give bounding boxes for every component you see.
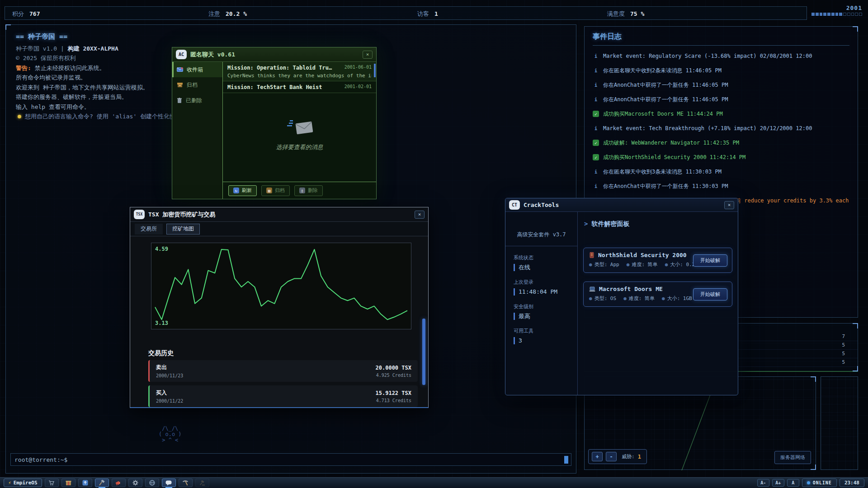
stat-value: 在线	[514, 264, 577, 271]
folder-label: 已删除	[186, 97, 202, 104]
event-text: 你在AnonChat中获得了一个新任务 11:46:05 PM	[603, 96, 728, 103]
refresh-label: 刷新	[242, 187, 252, 194]
taskbar-shop-button[interactable]	[45, 479, 59, 487]
empty-state-text: 选择要查看的消息	[223, 143, 376, 151]
message-date: 2001-06-01	[341, 65, 372, 71]
attention-value: 20.2 %	[226, 10, 247, 17]
progress-square	[851, 13, 854, 16]
font-decrease-button[interactable]: A-	[757, 479, 769, 487]
anon-chat-window: AC 匿名聊天 v0.61 × 收件箱 归档 已删除 Mission: Oper…	[172, 47, 377, 199]
bolt-icon: ⚡	[8, 480, 11, 486]
tab-exchange[interactable]: 交易所	[135, 224, 163, 235]
chart-max-label: 4.59	[155, 246, 168, 252]
folder-deleted[interactable]: 已删除	[172, 93, 222, 108]
threat-label: 威胁:	[622, 453, 635, 460]
software-difficulty: 难度: 简单	[632, 262, 657, 267]
progress-square	[820, 13, 823, 16]
taskbar-marketing-button[interactable]	[112, 479, 126, 487]
info-icon: i	[593, 125, 599, 131]
tab-mining-map[interactable]: 挖矿地图	[166, 224, 200, 235]
empireos-start-button[interactable]: ⚡ EmpireOS	[4, 479, 42, 487]
taskbar-chat-button[interactable]	[162, 479, 176, 487]
year-block: 2001	[811, 5, 862, 16]
info-icon: i	[593, 96, 599, 103]
trade-credits: 4.713 Credits	[376, 398, 411, 403]
warning-label: 警告:	[16, 65, 31, 71]
taskbar-settings-button[interactable]	[128, 479, 142, 487]
trade-side: 买入	[156, 389, 183, 397]
taskbar-crack-button[interactable]	[95, 479, 109, 487]
progress-square	[855, 13, 858, 16]
terminal-input[interactable]: root@torrent:~$	[10, 453, 571, 466]
archive-icon	[177, 82, 183, 88]
tsx-titlebar[interactable]: TSX TSX 加密货币挖矿与交易 ×	[130, 207, 428, 222]
trade-row-sell[interactable]: 卖出 2000/11/23 20.0000 TSX 4.925 Credits	[148, 360, 418, 382]
chat-toolbar: ↻ 刷新 ▤ 归档 ▯ 删除	[223, 182, 376, 199]
tsx-scrollbar[interactable]	[422, 319, 425, 385]
chat-close-button[interactable]: ×	[363, 51, 373, 59]
folder-archive[interactable]: 归档	[172, 77, 222, 93]
crack-panel-title: 软件解密面板	[591, 220, 629, 227]
tip-bulb-icon	[18, 115, 21, 118]
inbox-icon	[177, 67, 183, 72]
globe-icon	[149, 480, 155, 486]
stat-label: 系统状态	[514, 254, 577, 261]
folder-inbox[interactable]: 收件箱	[172, 62, 222, 77]
taskbar-network-button[interactable]	[145, 479, 159, 487]
threat-minus-button[interactable]: -	[606, 452, 617, 461]
side-grid-panel	[821, 376, 858, 470]
font-reset-button[interactable]: A	[787, 479, 799, 487]
info-icon: i	[593, 67, 599, 74]
message-item[interactable]: Mission: TechStart Bank Heist 2001-02-01	[223, 81, 376, 93]
success-icon: ✓	[593, 154, 599, 160]
event-text: 你在匿名聊天中收到3条未读消息 11:30:03 PM	[603, 169, 722, 175]
event-text: 你在匿名聊天中收到2条未读消息 11:46:05 PM	[603, 67, 722, 74]
start-crack-button[interactable]: 开始破解	[693, 288, 727, 300]
crack-card-macrosoft: Macrosoft Doors ME ●类型: OS ●难度: 简单 ●大小: …	[583, 282, 732, 307]
delete-button[interactable]: ▯ 删除	[294, 185, 323, 196]
chat-message-pane: Mission: Operation: Tabloid Tru… 2001-06…	[223, 62, 376, 199]
refresh-button[interactable]: ↻ 刷新	[228, 185, 257, 196]
year-value: 2001	[811, 5, 862, 11]
stat-value: 3	[514, 337, 577, 344]
stat-system-status: 系统状态 在线	[505, 254, 577, 271]
online-label: ONLINE	[813, 480, 832, 485]
event-text: 成功破解: WebWanderer Navigator 11:42:35 PM	[603, 140, 739, 146]
font-increase-button[interactable]: A+	[772, 479, 784, 487]
trade-row-buy[interactable]: 买入 2000/11/22 15.9122 TSX 4.713 Credits	[148, 385, 418, 407]
top-status-bar: 积分767 注意20.2 % 访客1 满意度75 %	[5, 6, 807, 20]
credits-label: 积分	[12, 10, 24, 17]
refresh-icon: ↻	[233, 188, 239, 193]
cracktools-titlebar[interactable]: CT CrackTools ×	[505, 198, 738, 212]
cracktools-sidebar: 高级安全套件 v3.7 系统状态 在线 上次登录 11:48:04 PM 安全级…	[505, 212, 578, 395]
taskbar-mining-button[interactable]	[179, 479, 193, 487]
progress-square	[831, 13, 835, 16]
taskbar-inventory-button[interactable]	[61, 479, 75, 487]
server-network-button[interactable]: 服务器网络	[774, 451, 811, 464]
archive-button[interactable]: ▤ 归档	[261, 185, 290, 196]
online-dot-icon	[807, 481, 810, 484]
upload-icon	[82, 480, 88, 486]
desktop: 积分767 注意20.2 % 访客1 满意度75 % 2001 事件日志 iMa…	[0, 0, 868, 488]
message-title: Mission: Operation: Tabloid Tru…	[227, 65, 332, 71]
cracktools-close-button[interactable]: ×	[724, 201, 734, 209]
message-item[interactable]: Mission: Operation: Tabloid Tru… 2001-06…	[223, 62, 376, 81]
chat-list-scrollbar[interactable]	[374, 64, 376, 77]
event-log-entry: iMarket event: Tech Breakthrough (+7.18%…	[593, 125, 849, 132]
stat-value: 最高	[514, 313, 577, 320]
stat-last-login: 上次登录 11:48:04 PM	[505, 279, 577, 296]
tsx-close-button[interactable]: ×	[415, 211, 425, 219]
taskbar-court-button[interactable]	[195, 479, 209, 487]
message-title: Mission: TechStart Bank Heist	[227, 84, 322, 90]
price-chart-line	[151, 243, 411, 329]
progress-square	[859, 13, 862, 16]
envelope-icon	[285, 120, 314, 135]
chat-titlebar[interactable]: AC 匿名聊天 v0.61 ×	[172, 47, 376, 62]
taskbar-upload-button[interactable]	[78, 479, 92, 487]
satisfaction-label: 满意度	[607, 10, 625, 17]
start-crack-button[interactable]: 开始破解	[693, 254, 727, 267]
progress-square	[839, 13, 842, 16]
terminal-prompt: root@torrent:~$	[11, 456, 67, 463]
hammer-icon	[99, 480, 105, 486]
threat-plus-button[interactable]: +	[592, 452, 603, 461]
